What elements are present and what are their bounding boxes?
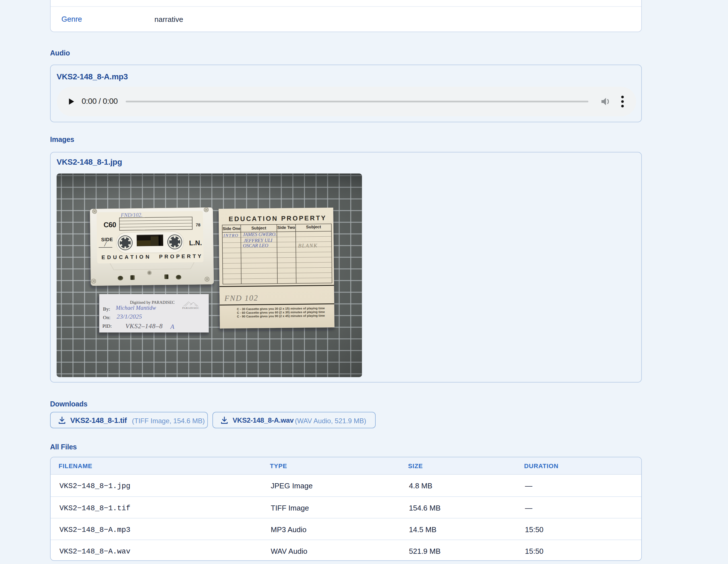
svg-text:JEFFREY ULI: JEFFREY ULI bbox=[244, 237, 273, 243]
svg-text:Michael Mantidw: Michael Mantidw bbox=[115, 305, 156, 311]
svg-text:OSCAR LEO: OSCAR LEO bbox=[243, 243, 268, 248]
svg-text:VKS2–148–8: VKS2–148–8 bbox=[125, 323, 163, 330]
svg-text:23/1/2025: 23/1/2025 bbox=[117, 313, 142, 320]
svg-text:On:: On: bbox=[103, 315, 110, 320]
svg-text:FND/102.: FND/102. bbox=[121, 212, 143, 218]
svg-text:FND 102: FND 102 bbox=[224, 294, 258, 303]
svg-text:E D U C A T I O N P R O P E: E D U C A T I O N P R O P E R T Y bbox=[229, 214, 325, 223]
svg-text:By:: By: bbox=[103, 306, 110, 312]
svg-text:78: 78 bbox=[196, 222, 200, 227]
svg-text:BLANK: BLANK bbox=[298, 242, 318, 249]
svg-text:E D U C A T I O N: E D U C A T I O N bbox=[102, 254, 149, 260]
svg-text:INTRO: INTRO bbox=[223, 233, 239, 238]
svg-text:A: A bbox=[170, 323, 175, 330]
svg-text:PARADISEC: PARADISEC bbox=[182, 307, 199, 309]
svg-text:C60: C60 bbox=[104, 221, 116, 229]
svg-text:Digitised by PARADISEC: Digitised by PARADISEC bbox=[130, 300, 175, 305]
svg-text:PID:: PID: bbox=[102, 323, 112, 329]
svg-text:Subject: Subject bbox=[306, 224, 321, 229]
svg-text:Subject: Subject bbox=[251, 226, 266, 230]
svg-text:Side Two: Side Two bbox=[277, 225, 295, 230]
svg-text:SIDE: SIDE bbox=[101, 237, 113, 243]
svg-text:Side One: Side One bbox=[223, 226, 241, 231]
svg-text:P R O P E R T Y: P R O P E R T Y bbox=[159, 253, 201, 260]
svg-text:L.N.: L.N. bbox=[189, 239, 202, 247]
svg-text:JAMES GWERO.: JAMES GWERO. bbox=[243, 232, 277, 237]
